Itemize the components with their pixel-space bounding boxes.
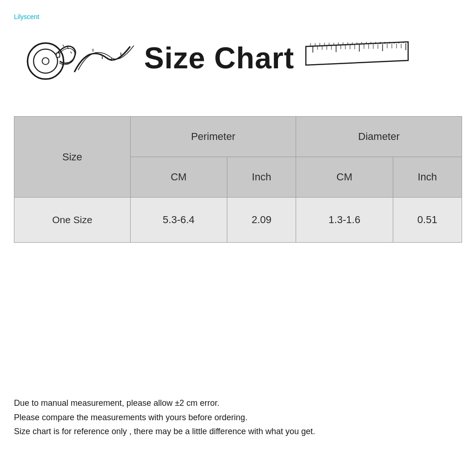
svg-line-4 xyxy=(67,47,68,49)
svg-marker-11 xyxy=(306,42,408,65)
perimeter-inch-label: Inch xyxy=(252,171,271,183)
perimeter-inch-value: 2.09 xyxy=(251,214,271,225)
perimeter-cm-subheader: CM xyxy=(130,157,227,198)
page-title: Size Chart xyxy=(144,41,294,75)
brand-logo: Lilyscent xyxy=(14,13,39,20)
size-chart-table-section: Size Perimeter Diameter CM Inch CM Inch xyxy=(14,116,462,243)
diameter-cm-subheader: CM xyxy=(296,157,393,198)
size-cell: One Size xyxy=(14,198,131,243)
footnote-text: Due to manual measurement, please allow … xyxy=(14,396,462,439)
perimeter-cm-label: CM xyxy=(171,171,186,183)
header-section: Size Chart xyxy=(14,28,462,88)
perimeter-cm-cell: 5.3-6.4 xyxy=(130,198,227,243)
footnote-line-1: Due to manual measurement, please allow … xyxy=(14,396,462,410)
title-label: Size Chart xyxy=(144,41,294,75)
col-perimeter-header: Perimeter xyxy=(130,117,296,157)
table-row: One Size 5.3-6.4 2.09 1.3-1.6 0.51 xyxy=(14,198,462,243)
size-value: One Size xyxy=(52,214,92,225)
diameter-cm-label: CM xyxy=(337,171,352,183)
svg-line-3 xyxy=(63,45,64,46)
footnote-line-2: Please compare the measurements with you… xyxy=(14,410,462,425)
perimeter-header-label: Perimeter xyxy=(191,131,235,142)
footnote-section: Due to manual measurement, please allow … xyxy=(14,396,462,439)
perimeter-inch-cell: 2.09 xyxy=(227,198,296,243)
col-size-header: Size xyxy=(14,117,131,198)
size-chart-table: Size Perimeter Diameter CM Inch CM Inch xyxy=(14,116,462,243)
svg-rect-6 xyxy=(56,53,60,57)
perimeter-inch-subheader: Inch xyxy=(227,157,296,198)
diameter-inch-value: 0.51 xyxy=(417,214,437,225)
footnote-line-3: Size chart is for reference only , there… xyxy=(14,424,462,439)
diameter-header-label: Diameter xyxy=(358,131,400,142)
diameter-inch-label: Inch xyxy=(417,171,437,183)
diameter-cm-value: 1.3-1.6 xyxy=(329,214,361,225)
perimeter-cm-value: 5.3-6.4 xyxy=(163,214,195,225)
diameter-cm-cell: 1.3-1.6 xyxy=(296,198,393,243)
diameter-inch-cell: 0.51 xyxy=(393,198,462,243)
ruler-icon xyxy=(301,40,413,77)
col-diameter-header: Diameter xyxy=(296,117,462,157)
size-header-label: Size xyxy=(62,151,82,163)
diameter-inch-subheader: Inch xyxy=(393,157,462,198)
svg-point-2 xyxy=(42,58,49,65)
curved-tape-icon xyxy=(70,40,135,77)
brand-name: Lilyscent xyxy=(14,13,39,20)
table-header-row-1: Size Perimeter Diameter xyxy=(14,117,462,157)
